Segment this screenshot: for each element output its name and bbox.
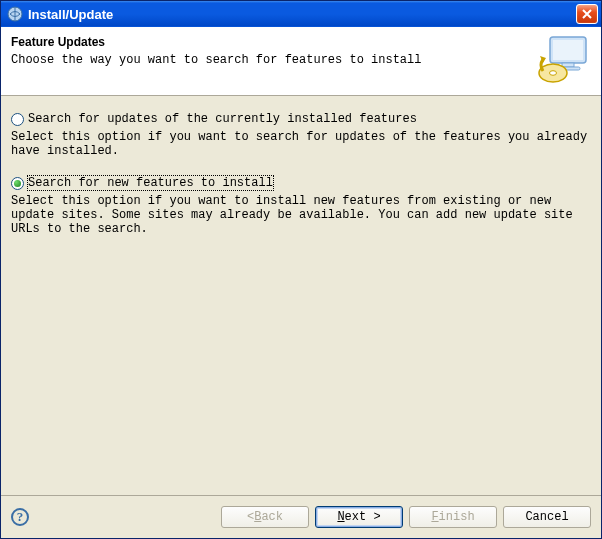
app-icon <box>7 6 23 22</box>
radio-icon <box>11 177 24 190</box>
wizard-content: Search for updates of the currently inst… <box>1 96 601 496</box>
close-button[interactable] <box>576 4 598 24</box>
option-description: Select this option if you want to instal… <box>11 194 591 236</box>
radio-icon <box>11 113 24 126</box>
titlebar: Install/Update <box>1 1 601 27</box>
option-search-new-features[interactable]: Search for new features to install <box>11 176 591 190</box>
option-label: Search for updates of the currently inst… <box>28 112 417 126</box>
svg-point-7 <box>550 71 557 76</box>
next-button[interactable]: Next > <box>315 506 403 528</box>
finish-button[interactable]: Finish <box>409 506 497 528</box>
update-icon <box>536 35 591 85</box>
page-title: Feature Updates <box>11 35 536 49</box>
option-search-updates[interactable]: Search for updates of the currently inst… <box>11 112 591 126</box>
window-title: Install/Update <box>28 7 576 22</box>
back-button[interactable]: < Back <box>221 506 309 528</box>
option-label: Search for new features to install <box>28 176 273 190</box>
option-description: Select this option if you want to search… <box>11 130 591 158</box>
cancel-button[interactable]: Cancel <box>503 506 591 528</box>
page-description: Choose the way you want to search for fe… <box>11 53 536 67</box>
wizard-header: Feature Updates Choose the way you want … <box>1 27 601 96</box>
svg-rect-3 <box>553 40 583 60</box>
button-bar: ? < Back Next > Finish Cancel <box>1 496 601 538</box>
install-update-window: Install/Update Feature Updates Choose th… <box>0 0 602 539</box>
help-button[interactable]: ? <box>11 508 29 526</box>
